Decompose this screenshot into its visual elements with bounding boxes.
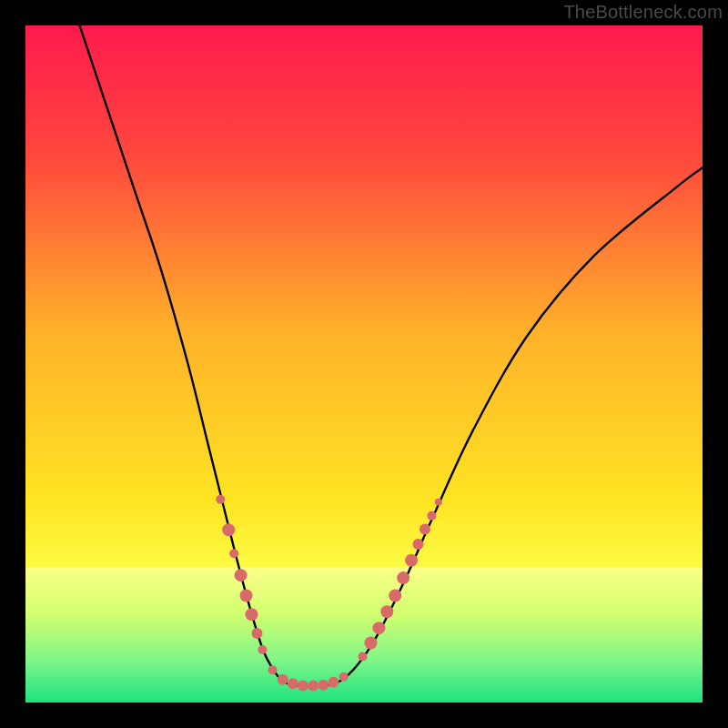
data-marker	[380, 605, 393, 618]
data-marker	[318, 680, 329, 691]
data-marker	[222, 523, 235, 536]
watermark-text: TheBottleneck.com	[563, 2, 723, 23]
data-marker	[364, 637, 377, 650]
data-marker	[245, 608, 258, 621]
data-marker	[389, 589, 401, 602]
data-marker	[372, 622, 385, 634]
data-marker	[278, 674, 288, 685]
data-marker	[405, 554, 418, 567]
data-marker	[435, 499, 442, 506]
chart-svg	[25, 25, 703, 703]
data-marker	[240, 589, 253, 602]
data-marker	[288, 678, 298, 689]
data-marker	[397, 571, 410, 584]
data-marker	[413, 539, 424, 550]
green-band	[25, 567, 703, 703]
data-marker	[420, 524, 430, 535]
data-marker	[427, 511, 436, 521]
data-marker	[216, 495, 225, 504]
data-marker	[258, 645, 267, 654]
data-marker	[235, 569, 248, 581]
chart-frame: TheBottleneck.com	[0, 0, 728, 728]
data-marker	[308, 680, 318, 691]
data-marker	[339, 672, 349, 682]
plot-area	[25, 25, 703, 703]
data-marker	[251, 628, 262, 639]
data-marker	[359, 652, 368, 661]
data-marker	[298, 680, 308, 691]
data-marker	[329, 677, 339, 688]
data-marker	[229, 549, 238, 558]
data-marker	[268, 665, 278, 674]
